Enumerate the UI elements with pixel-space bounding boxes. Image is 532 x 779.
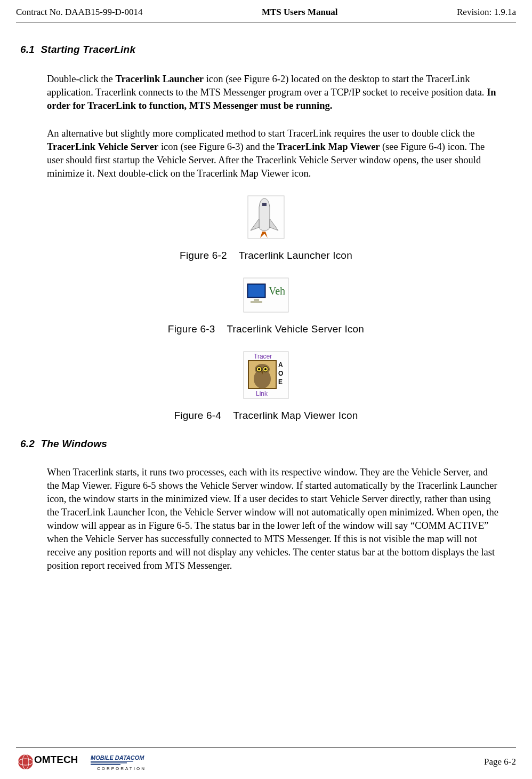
- para-6-1-b: An alternative but slightly more complic…: [47, 127, 500, 180]
- section-6-2-number: 6.2: [20, 437, 35, 451]
- header-revision: Revision: 1.9.1a: [457, 6, 516, 19]
- figure-6-4-caption: Figure 6-4Tracerlink Map Viewer Icon: [174, 409, 358, 423]
- svg-text:Link: Link: [256, 390, 268, 398]
- figure-number: Figure 6-3: [168, 323, 215, 335]
- figure-6-3: Veh Figure 6-3Tracerlink Vehicle Server …: [16, 277, 516, 336]
- figure-6-3-caption: Figure 6-3Tracerlink Vehicle Server Icon: [168, 322, 364, 336]
- text: An alternative but slightly more complic…: [47, 128, 474, 139]
- page-footer: OMTECH MOBILE DATACOM CORPORATION Page 6…: [16, 748, 516, 773]
- figure-6-4: Tracer A O E Link Figure 6-4Tracerlink M…: [16, 351, 516, 423]
- header-title: MTS Users Manual: [262, 6, 338, 19]
- svg-text:O: O: [278, 370, 283, 377]
- svg-text:E: E: [278, 378, 283, 386]
- svg-text:A: A: [278, 361, 283, 369]
- svg-text:MOBILE DATACOM: MOBILE DATACOM: [91, 754, 144, 761]
- comtech-logo-icon: OMTECH MOBILE DATACOM CORPORATION: [16, 751, 176, 773]
- text: Double-click the: [47, 74, 115, 84]
- tracerlink-map-viewer-icon: Tracer A O E Link: [243, 351, 289, 399]
- page-header: Contract No. DAAB15-99-D-0014 MTS Users …: [16, 6, 516, 19]
- figure-title: Tracerlink Vehicle Server Icon: [227, 323, 364, 335]
- para-6-2-a: When Tracerlink starts, it runs two proc…: [47, 466, 500, 573]
- svg-rect-6: [251, 301, 262, 303]
- figure-title: Tracerlink Launcher Icon: [239, 250, 352, 261]
- svg-rect-27: [91, 761, 133, 762]
- svg-point-22: [18, 754, 33, 769]
- tracerlink-launcher-icon: [247, 195, 285, 239]
- section-6-1-heading: 6.1 Starting TracerLink: [20, 43, 516, 57]
- page-number: Page 6-2: [484, 756, 516, 768]
- figure-number: Figure 6-2: [180, 250, 227, 261]
- svg-point-16: [264, 368, 267, 370]
- figure-title: Tracerlink Map Viewer Icon: [233, 410, 358, 421]
- header-rule: [16, 22, 516, 22]
- svg-rect-5: [254, 299, 259, 301]
- figure-6-2-caption: Figure 6-2Tracerlink Launcher Icon: [180, 249, 352, 263]
- tracerlink-vehicle-server-icon: Veh: [243, 277, 289, 313]
- section-6-1-title: Starting TracerLink: [41, 44, 136, 55]
- bold-text: TracerLink Map Viewer: [277, 141, 382, 152]
- para-6-1-a: Double-click the Tracerlink Launcher ico…: [47, 73, 500, 113]
- figure-6-2: Figure 6-2Tracerlink Launcher Icon: [16, 195, 516, 263]
- footer-rule: [16, 748, 516, 748]
- text: icon (see Figure 6-3) and the: [158, 141, 277, 152]
- bold-text: Tracerlink Launcher: [115, 74, 204, 84]
- svg-text:OMTECH: OMTECH: [34, 754, 78, 765]
- svg-point-15: [258, 368, 260, 370]
- svg-text:Tracer: Tracer: [254, 353, 272, 360]
- bold-text: TracerLink Vehicle Server: [47, 141, 158, 152]
- header-contract: Contract No. DAAB15-99-D-0014: [16, 6, 143, 19]
- svg-rect-29: [91, 764, 120, 765]
- svg-rect-1: [262, 203, 267, 206]
- svg-text:CORPORATION: CORPORATION: [97, 766, 146, 771]
- figure-number: Figure 6-4: [174, 410, 222, 421]
- svg-rect-4: [248, 285, 264, 297]
- section-6-2-heading: 6.2 The Windows: [20, 437, 516, 451]
- svg-rect-28: [91, 762, 127, 764]
- svg-text:Veh: Veh: [269, 285, 285, 297]
- section-6-1-number: 6.1: [20, 43, 35, 57]
- section-6-2-title: The Windows: [41, 438, 107, 449]
